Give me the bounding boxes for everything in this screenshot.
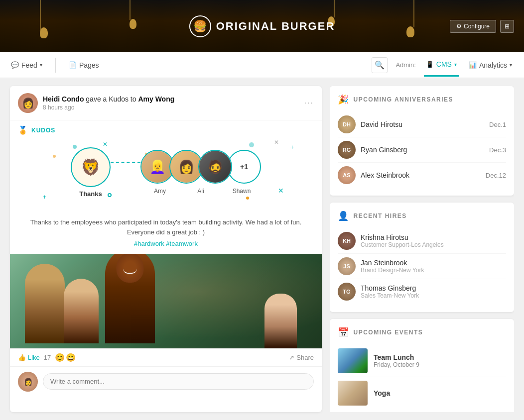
upcoming-events-card: 📅 UPCOMING EVENTS Team Lunch Friday, Oct… (330, 319, 514, 412)
face (117, 254, 144, 283)
lamp-decoration-2 (130, 0, 131, 20)
events-title: 📅 UPCOMING EVENTS (338, 327, 506, 338)
post-more-button[interactable]: ··· (304, 99, 314, 107)
hire-avatar-jan: JS (338, 257, 356, 275)
ann-avatar-david: DH (338, 115, 356, 133)
nav-left: 💬 Feed ▾ 📄 Pages (10, 54, 362, 76)
lamp-decoration (40, 0, 41, 30)
comment-input[interactable] (43, 373, 314, 390)
ann-date-david: Dec.1 (489, 121, 506, 128)
thumbs-up-icon: 👍 (18, 354, 26, 361)
pages-icon: 📄 (69, 61, 77, 69)
post-image (10, 254, 322, 348)
hire-item-jan[interactable]: JS Jan Steinbrook Brand Design-New York (338, 254, 506, 279)
party-icon: 🎉 (338, 94, 350, 105)
post-body: Thanks to the employees who participated… (10, 213, 322, 254)
kudos-icon: 🏅 (18, 125, 28, 135)
commenter-avatar: 👩 (18, 372, 38, 392)
anniversaries-card: 🎉 UPCOMING ANNIVERSARIES DH David Hirots… (330, 86, 514, 196)
lamp-bulb-3 (406, 26, 414, 37)
sender-circle: 🦁 (71, 147, 111, 187)
receivers-group: 👱‍♀️ 👩 🧔 (140, 150, 261, 195)
grid-icon: ⊞ (505, 23, 510, 30)
sidebar: 🎉 UPCOMING ANNIVERSARIES DH David Hirots… (330, 86, 514, 412)
nav-cms[interactable]: 📱 CMS ▾ (424, 53, 459, 77)
kudos-label: 🏅 KUDOS (18, 125, 314, 135)
analytics-chevron-icon: ▾ (510, 62, 512, 68)
plus-badge: +1 (227, 150, 261, 184)
label-amy: Amy (143, 188, 177, 195)
nav-pages[interactable]: 📄 Pages (68, 54, 100, 76)
lamp-bulb-2 (130, 19, 136, 29)
layout-button[interactable]: ⊞ (500, 20, 514, 33)
nav-analytics[interactable]: 📊 Analytics ▾ (467, 54, 514, 76)
comment-box: 👩 (10, 366, 322, 397)
post-title: Heidi Condo gave a Kudos to Amy Wong (43, 95, 304, 103)
event-info-lunch: Team Lunch Friday, October 9 (374, 353, 419, 368)
author-avatar: 👩 (18, 93, 38, 113)
hire-item-thomas[interactable]: TG Thomas Ginsberg Sales Team-New York (338, 279, 506, 304)
reaction-2: 😄 (66, 353, 76, 362)
hire-info-jan: Jan Steinbrook Brand Design-New York (361, 259, 424, 274)
deco-dot3 (249, 142, 254, 147)
ann-avatar-alex: AS (338, 166, 356, 184)
search-button[interactable]: 🔍 (372, 57, 388, 73)
receivers-labels: Amy Ali Shawn (143, 188, 259, 195)
event-name-yoga: Yoga (374, 389, 390, 397)
event-thumb-yoga (338, 381, 368, 406)
hire-name-thomas: Thomas Ginsberg (361, 284, 419, 292)
event-info-yoga: Yoga (374, 389, 390, 397)
nav-feed[interactable]: 💬 Feed ▾ (10, 54, 43, 76)
recent-hires-card: 👤 RECENT HIRES KH Krishna Hirotsu Custom… (330, 203, 514, 312)
reaction-1: 😊 (55, 353, 65, 362)
ann-avatar-ryan: RG (338, 141, 356, 159)
kudos-section: 🏅 KUDOS ✕ ✕ + + ▷ ✕ (10, 120, 322, 213)
analytics-icon: 📊 (469, 61, 477, 69)
ann-item-david[interactable]: DH David Hirotsu Dec.1 (338, 112, 506, 137)
person2-figure (64, 279, 99, 343)
logo-icon: 🍔 (189, 15, 211, 37)
header-config-area: ⚙ Configure ⊞ (450, 20, 514, 33)
ann-item-ryan[interactable]: RG Ryan Ginsberg Dec.3 (338, 137, 506, 163)
admin-label: Admin: (395, 61, 415, 69)
reaction-emojis: 😊 😄 (55, 353, 76, 362)
calendar-icon: 📅 (338, 327, 350, 338)
hire-avatar-thomas: TG (338, 283, 356, 301)
search-icon: 🔍 (375, 60, 385, 70)
main-content: 👩 Heidi Condo gave a Kudos to Amy Wong 8… (0, 78, 524, 420)
nav-separator (55, 58, 56, 73)
cms-icon: 📱 (426, 61, 434, 68)
feed-icon: 💬 (11, 61, 19, 69)
hire-dept-thomas: Sales Team-New York (361, 292, 419, 299)
ann-date-alex: Dec.12 (486, 172, 506, 179)
configure-button[interactable]: ⚙ Configure (450, 20, 496, 33)
ann-item-alex[interactable]: AS Alex Steinbrook Dec.12 (338, 163, 506, 188)
event-date-lunch: Friday, October 9 (374, 361, 419, 368)
person4-figure (264, 294, 297, 348)
cms-chevron-icon: ▾ (454, 62, 457, 67)
anniversaries-title: 🎉 UPCOMING ANNIVERSARIES (338, 94, 506, 105)
deco-x2: ✕ (274, 139, 279, 146)
event-yoga[interactable]: Yoga (338, 377, 506, 409)
person-icon: 👤 (338, 210, 350, 221)
receiver-shawn: 🧔 (198, 150, 232, 184)
logo[interactable]: 🍔 ORIGINAL BURGER (189, 15, 335, 37)
flow-line (111, 162, 140, 163)
like-section: 👍 Like 17 😊 😄 (18, 353, 76, 362)
navbar: 💬 Feed ▾ 📄 Pages 🔍 Admin: 📱 CMS ▾ 📊 Anal… (0, 52, 524, 78)
share-button[interactable]: ↗ Share (289, 354, 314, 361)
kudos-diagram: ✕ ✕ + + ▷ ✕ 🦁 (23, 135, 309, 210)
ann-name-alex: Alex Steinbrook (361, 171, 481, 179)
ann-date-ryan: Dec.3 (489, 146, 506, 154)
event-team-lunch[interactable]: Team Lunch Friday, October 9 (338, 345, 506, 377)
hire-item-krishna[interactable]: KH Krishna Hirotsu Customer Support-Los … (338, 228, 506, 254)
feed-chevron-icon: ▾ (40, 62, 42, 68)
lamp-decoration-3 (413, 0, 414, 27)
feed-panel: 👩 Heidi Condo gave a Kudos to Amy Wong 8… (10, 86, 322, 412)
lamp-bulb (40, 27, 48, 38)
header: 🍔 ORIGINAL BURGER ⚙ Configure ⊞ (0, 0, 524, 52)
like-button[interactable]: 👍 Like (18, 354, 40, 361)
post-hashtags: #hardwork #teamwork (18, 239, 314, 249)
logo-text: ORIGINAL BURGER (216, 20, 335, 33)
hire-name-krishna: Krishna Hirotsu (361, 233, 444, 241)
